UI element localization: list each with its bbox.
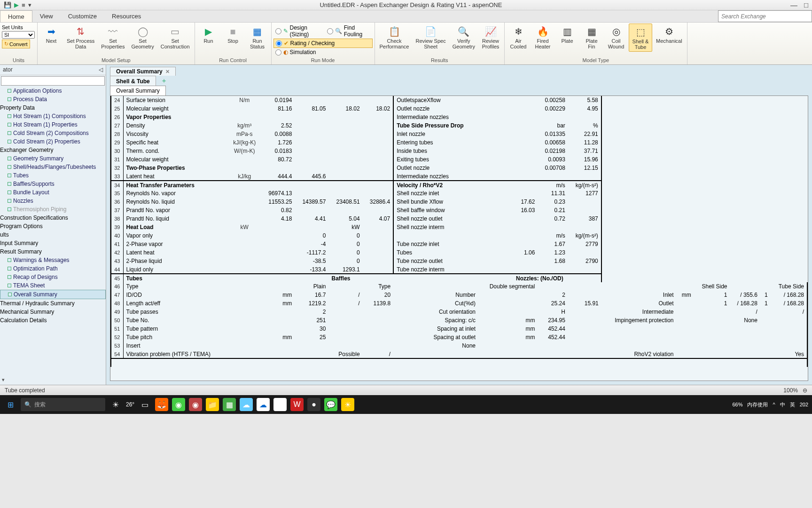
- app-icon-8[interactable]: ◯: [273, 398, 287, 411]
- app-icon-5[interactable]: ▦: [223, 398, 236, 411]
- stop-icon[interactable]: ■: [22, 1, 25, 8]
- lang-1[interactable]: 中: [780, 401, 785, 408]
- plate-button[interactable]: ▥Plate: [555, 24, 579, 45]
- mechanical-button[interactable]: ⚙Mechanical: [653, 24, 685, 45]
- review-spec-button[interactable]: 📄Review Spec Sheet: [413, 24, 449, 51]
- nav-item[interactable]: Tubes: [0, 171, 106, 180]
- nav-item[interactable]: Warnings & Messages: [0, 256, 106, 264]
- nav-item[interactable]: Hot Stream (1) Properties: [0, 120, 106, 129]
- next-icon: ➡: [44, 25, 59, 38]
- nav-item[interactable]: Application Options: [0, 87, 106, 95]
- cell: 32886.4: [363, 198, 394, 206]
- nav-item[interactable]: Thermal / Hydraulic Summary: [0, 299, 106, 308]
- nav-item[interactable]: Input Summary: [0, 239, 106, 247]
- app-icon-7[interactable]: ☁: [257, 398, 270, 411]
- tray-up-icon[interactable]: ^: [773, 402, 775, 407]
- set-properties-button[interactable]: 〰Set Properties: [98, 24, 127, 51]
- nav-item[interactable]: Bundle Layout: [0, 188, 106, 197]
- minimize-button[interactable]: —: [790, 1, 797, 9]
- nav-item[interactable]: Geometry Summary: [0, 154, 106, 163]
- rating-mode[interactable]: ✔Rating / Checking: [273, 39, 373, 48]
- app-icon-11[interactable]: 💬: [324, 398, 337, 411]
- nav-item[interactable]: TEMA Sheet: [0, 281, 106, 290]
- nav-item[interactable]: Hot Stream (1) Compositions: [0, 112, 106, 120]
- nav-item[interactable]: Construction Specifications: [0, 214, 106, 222]
- app-icon-9[interactable]: W: [290, 398, 304, 411]
- fouling-mode[interactable]: 🔍Find Fouling: [325, 24, 373, 39]
- tab-overall-summary[interactable]: Overall Summary✕: [110, 67, 176, 76]
- set-process-data-button[interactable]: ⇅Set Process Data: [64, 24, 97, 51]
- search-input[interactable]: [718, 10, 812, 22]
- nav-item[interactable]: Program Options: [0, 222, 106, 230]
- nav-item[interactable]: Cold Stream (2) Compositions: [0, 129, 106, 137]
- fired-heater-button[interactable]: 🔥Fired Heater: [531, 24, 554, 51]
- nav-item[interactable]: Overall Summary: [0, 290, 106, 299]
- nav-item[interactable]: Process Data: [0, 95, 106, 103]
- run-status-button[interactable]: ▦Run Status: [246, 24, 269, 51]
- simulation-mode[interactable]: ◐Simulation: [273, 48, 373, 56]
- tab-resources[interactable]: Resources: [104, 10, 148, 22]
- design-mode[interactable]: ✎Design (Sizing): [273, 24, 325, 39]
- review-profiles-button[interactable]: 📈Review Profiles: [479, 24, 502, 51]
- platefin-button[interactable]: ▦Plate Fin: [580, 24, 603, 51]
- air-cooled-button[interactable]: ❄Air Cooled: [507, 24, 530, 51]
- maximize-button[interactable]: □: [804, 1, 808, 9]
- app-icon-1[interactable]: 🦊: [155, 398, 168, 411]
- nav-item[interactable]: Mechanical Summary: [0, 308, 106, 316]
- units-select[interactable]: SI: [2, 31, 35, 39]
- cell: [363, 164, 394, 172]
- next-button[interactable]: ➡Next: [39, 24, 63, 45]
- app-icon-4[interactable]: 📁: [206, 398, 219, 411]
- tab-customize[interactable]: Customize: [61, 10, 104, 22]
- nav-dropdown[interactable]: [1, 76, 105, 86]
- set-construction-button[interactable]: ▭Set Construction: [158, 24, 193, 51]
- subtab-overall-summary[interactable]: Overall Summary: [110, 86, 166, 95]
- cell: Tube nozzle outlet: [393, 257, 478, 265]
- cell: 0.00658: [538, 138, 568, 147]
- app-icon-2[interactable]: ◉: [172, 398, 185, 411]
- app-icon-3[interactable]: ◉: [189, 398, 202, 411]
- play-icon[interactable]: ▶: [14, 1, 19, 8]
- nav-item[interactable]: Result Summary: [0, 247, 106, 256]
- nav-collapse-icon[interactable]: ◁: [99, 66, 103, 73]
- close-icon[interactable]: ✕: [165, 69, 170, 75]
- coil-button[interactable]: ◎Coil Wound: [604, 24, 628, 51]
- start-icon[interactable]: ⊞: [4, 398, 17, 411]
- cell: [677, 341, 694, 350]
- nav-item[interactable]: Cold Stream (2) Properties: [0, 137, 106, 146]
- shell-tube-button[interactable]: ⬚Shell & Tube: [629, 24, 652, 52]
- nav-item[interactable]: Exchanger Geometry: [0, 146, 106, 154]
- app-icon-12[interactable]: ☀: [341, 398, 354, 411]
- verify-geometry-button[interactable]: 🔍Verify Geometry: [450, 24, 478, 51]
- nav-footer[interactable]: ▾: [2, 377, 5, 383]
- nav-item[interactable]: Nozzles: [0, 197, 106, 205]
- cell: mm: [478, 333, 538, 341]
- save-icon[interactable]: 💾: [4, 1, 11, 8]
- lang-2[interactable]: 英: [790, 401, 795, 408]
- nav-item[interactable]: Property Data: [0, 103, 106, 112]
- taskbar-search[interactable]: 🔍搜索: [21, 398, 105, 411]
- nav-item[interactable]: Shell/Heads/Flanges/Tubesheets: [0, 163, 106, 171]
- cell: [228, 155, 261, 164]
- task-view-icon[interactable]: ▭: [138, 398, 151, 411]
- nav-item[interactable]: Optimization Path: [0, 264, 106, 273]
- set-geometry-button[interactable]: ◯Set Geometry: [128, 24, 156, 51]
- cell: Length act/eff: [123, 299, 228, 308]
- check-performance-button[interactable]: 📋Check Performance: [377, 24, 412, 51]
- convert-button[interactable]: ↻Convert: [2, 40, 30, 48]
- zoom-out-icon[interactable]: ⊖: [803, 387, 807, 394]
- weather-icon[interactable]: ☀: [109, 398, 122, 411]
- dropdown-icon[interactable]: ▾: [28, 1, 31, 8]
- app-icon-10[interactable]: ●: [307, 398, 320, 411]
- nav-item[interactable]: Calculation Details: [0, 316, 106, 325]
- nav-item[interactable]: Thermosiphon Piping: [0, 205, 106, 214]
- tab-view[interactable]: View: [32, 10, 61, 22]
- nav-item[interactable]: Baffles/Supports: [0, 180, 106, 188]
- nav-item[interactable]: Recap of Designs: [0, 273, 106, 281]
- tab-home[interactable]: Home: [0, 10, 32, 22]
- run-button[interactable]: ▶Run: [197, 24, 220, 45]
- nav-item[interactable]: ults: [0, 230, 106, 239]
- app-icon-6[interactable]: ☁: [240, 398, 253, 411]
- cell: [363, 138, 394, 147]
- stop-button[interactable]: ■Stop: [221, 24, 245, 45]
